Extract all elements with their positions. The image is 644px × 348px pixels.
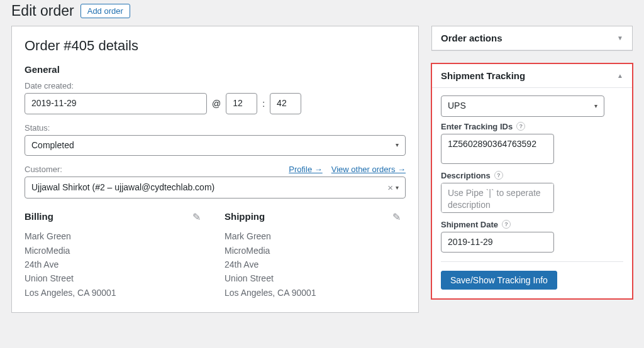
order-details-heading: Order #405 details — [25, 38, 406, 54]
shipping-line: Mark Green — [225, 229, 406, 243]
billing-line: MicroMedia — [25, 244, 206, 258]
billing-address-block: ✎ Billing Mark Green MicroMedia 24th Ave… — [25, 211, 206, 300]
general-section-title: General — [25, 64, 406, 75]
clear-customer-icon[interactable]: × — [387, 181, 393, 194]
shipment-tracking-title: Shipment Tracking — [441, 70, 525, 81]
hour-input[interactable] — [226, 93, 257, 114]
add-order-button[interactable]: Add order — [80, 4, 130, 18]
page-header: Edit order Add order — [11, 0, 633, 26]
time-colon: : — [262, 99, 265, 109]
profile-link[interactable]: Profile → — [289, 165, 322, 174]
chevron-down-icon: ▾ — [396, 141, 399, 150]
tracking-ids-input[interactable] — [441, 134, 554, 164]
at-symbol: @ — [212, 99, 221, 109]
help-icon[interactable]: ? — [502, 220, 511, 229]
save-show-tracking-button[interactable]: Save/Show Tracking Info — [441, 271, 557, 290]
panel-toggle-icon[interactable]: ▲ — [617, 72, 623, 79]
pencil-icon[interactable]: ✎ — [392, 211, 401, 223]
order-actions-panel: Order actions ▼ — [431, 26, 633, 51]
shipping-line: Los Angeles, CA 90001 — [225, 286, 406, 300]
descriptions-label: Descriptions — [441, 171, 491, 180]
date-created-label: Date created: — [25, 81, 406, 90]
page-title: Edit order — [11, 3, 74, 19]
customer-value: Ujjawal Shirkot (#2 – ujjawal@cydtechlab… — [31, 182, 214, 194]
shipment-tracking-panel: Shipment Tracking ▲ UPS ▾ Enter Tracking… — [431, 63, 633, 299]
shipment-date-label: Shipment Date — [441, 220, 498, 229]
shipping-line: MicroMedia — [225, 244, 406, 258]
carrier-select[interactable]: UPS ▾ — [441, 95, 604, 117]
view-other-orders-link[interactable]: View other orders → — [331, 165, 406, 174]
carrier-value: UPS — [448, 100, 466, 112]
shipping-line: Union Street — [225, 271, 406, 285]
tracking-ids-label: Enter Tracking IDs — [441, 122, 513, 131]
chevron-down-icon: ▾ — [396, 183, 399, 192]
status-label: Status: — [25, 123, 406, 133]
billing-line: 24th Ave — [25, 258, 206, 271]
billing-title: Billing — [25, 211, 206, 222]
help-icon[interactable]: ? — [494, 171, 503, 180]
billing-line: Los Angeles, CA 90001 — [25, 286, 206, 300]
descriptions-input[interactable] — [441, 183, 554, 213]
status-select[interactable]: Completed ▾ — [25, 135, 406, 156]
shipping-title: Shipping — [225, 211, 406, 222]
pencil-icon[interactable]: ✎ — [192, 211, 201, 223]
date-created-input[interactable] — [25, 93, 207, 114]
order-details-panel: Order #405 details General Date created:… — [11, 26, 419, 313]
shipping-line: 24th Ave — [225, 258, 406, 271]
order-actions-title: Order actions — [441, 33, 502, 43]
status-value: Completed — [31, 139, 74, 152]
customer-label: Customer: — [25, 165, 62, 174]
panel-toggle-icon[interactable]: ▼ — [617, 35, 623, 41]
minute-input[interactable] — [270, 93, 301, 114]
billing-line: Union Street — [25, 271, 206, 285]
billing-line: Mark Green — [25, 229, 206, 243]
customer-select[interactable]: Ujjawal Shirkot (#2 – ujjawal@cydtechlab… — [25, 177, 406, 198]
shipment-date-input[interactable] — [441, 232, 554, 253]
divider — [441, 261, 623, 262]
chevron-down-icon: ▾ — [594, 102, 597, 111]
help-icon[interactable]: ? — [516, 122, 525, 131]
shipping-address-block: ✎ Shipping Mark Green MicroMedia 24th Av… — [225, 211, 406, 300]
